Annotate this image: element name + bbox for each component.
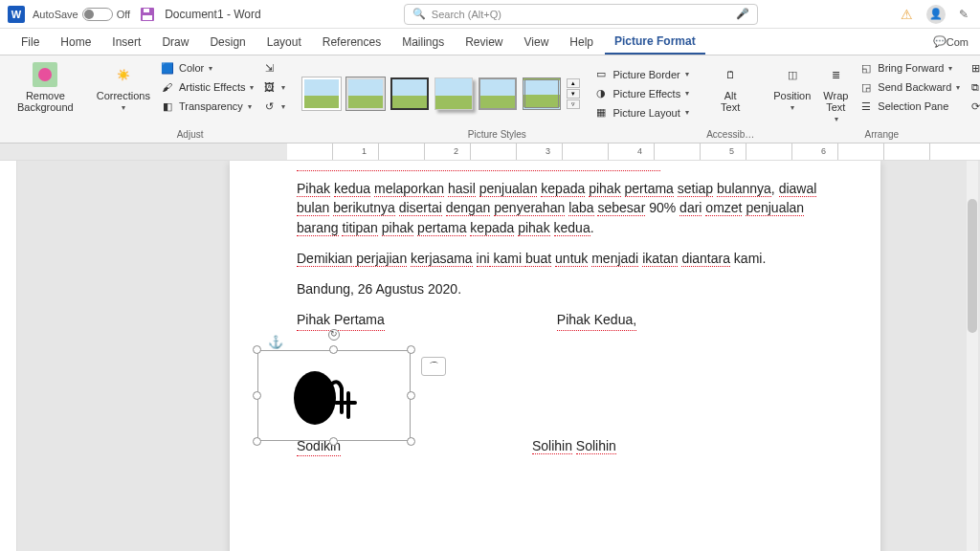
autosave-toggle[interactable]: AutoSave Off [33,8,130,21]
bring-forward-button[interactable]: ◱Bring Forward▾ [857,59,962,77]
style-thumb-2[interactable] [346,77,385,110]
party-1-label[interactable]: Pihak Pertama [297,310,385,330]
style-thumb-6[interactable] [523,77,561,110]
style-thumb-5[interactable] [479,77,517,110]
style-thumb-3[interactable] [390,77,429,110]
anchor-icon[interactable]: ⚓ [268,335,283,349]
vertical-scrollbar[interactable] [967,161,978,551]
vertical-ruler[interactable] [0,161,17,551]
signatory-2a[interactable]: Solihin [532,438,572,454]
autosave-label: AutoSave [33,9,78,20]
picture-effects-button[interactable]: ◑Picture Effects▾ [591,85,691,102]
position-icon: ◫ [779,61,806,88]
position-button[interactable]: ◫ Position▾ [769,59,814,114]
effects-icon: ◑ [593,86,609,101]
resize-handle-sw[interactable] [253,437,261,446]
svg-rect-1 [143,15,152,20]
style-thumb-1[interactable] [302,77,341,110]
svg-point-4 [38,68,52,81]
gallery-more[interactable]: ▿ [567,99,580,109]
resize-handle-se[interactable] [407,437,415,446]
styles-group-label: Picture Styles [468,127,526,143]
ribbon: Remove Background ☀️ Corrections▾ 🟦Color… [0,55,980,143]
picture-border-button[interactable]: ▭Picture Border▾ [591,66,691,83]
corrections-icon: ☀️ [110,61,137,88]
tab-view[interactable]: View [515,29,559,55]
tab-home[interactable]: Home [51,29,100,55]
picture-layout-button[interactable]: ▦Picture Layout▾ [591,104,691,121]
bring-fwd-icon: ◱ [858,60,874,76]
date-line[interactable]: Bandung, 26 Agustus 2020. [297,279,823,298]
word-app-icon: W [8,6,25,23]
access-group-label: Accessib… [706,127,754,143]
color-button[interactable]: 🟦Color▾ [158,59,256,77]
reset-picture-button[interactable]: ↺▾ [259,98,287,115]
wrap-icon: ≣ [822,61,849,88]
resize-handle-nw[interactable] [253,345,261,354]
tab-insert[interactable]: Insert [102,29,150,55]
group-button[interactable]: ⧉▾ [966,78,980,96]
warning-icon[interactable]: ⚠ [901,7,913,22]
rotate-button[interactable]: ⟳▾ [966,98,980,115]
send-backward-button[interactable]: ◲Send Backward▾ [857,78,962,96]
selected-picture[interactable] [257,350,411,441]
artistic-icon: 🖌 [160,79,175,95]
document-page[interactable]: Pihak kedua melaporkan hasil penjualan k… [230,161,880,551]
tab-references[interactable]: References [313,29,390,55]
tab-review[interactable]: Review [456,29,512,55]
tab-mailings[interactable]: Mailings [392,29,454,55]
corrections-button[interactable]: ☀️ Corrections▾ [93,59,154,114]
tab-file[interactable]: File [11,29,49,55]
group-adjust: ☀️ Corrections▾ 🟦Color▾ 🖌Artistic Effect… [87,59,294,143]
resize-handle-e[interactable] [407,391,415,400]
resize-handle-s[interactable] [329,437,338,446]
artistic-effects-button[interactable]: 🖌Artistic Effects▾ [158,78,256,96]
tab-layout[interactable]: Layout [257,29,311,55]
transparency-icon: ◧ [160,99,175,114]
selection-pane-button[interactable]: ☰Selection Pane [857,98,962,115]
change-picture-button[interactable]: 🖼▾ [259,78,287,96]
compress-icon: ⇲ [261,60,277,76]
save-icon[interactable] [140,7,155,22]
account-avatar[interactable]: 👤 [926,5,946,24]
selection-pane-icon: ☰ [858,99,874,114]
picture-styles-gallery[interactable]: ▴▾▿ [302,77,580,110]
compress-button[interactable]: ⇲ [259,59,287,77]
resize-handle-ne[interactable] [407,345,415,354]
search-input[interactable]: 🔍 Search (Alt+Q) 🎤 [404,4,758,25]
group-picture-styles: ▴▾▿ ▭Picture Border▾ ◑Picture Effects▾ ▦… [297,59,697,143]
signatory-2b[interactable]: Solihin [576,438,616,454]
scrollbar-thumb[interactable] [968,199,977,333]
tab-picture-format[interactable]: Picture Format [605,29,705,55]
tab-help[interactable]: Help [560,29,603,55]
search-icon: 🔍 [412,8,426,20]
toggle-off-icon[interactable] [82,8,113,21]
transparency-button[interactable]: ◧Transparency▾ [158,98,256,115]
tab-draw[interactable]: Draw [152,29,198,55]
alt-text-button[interactable]: 🗒 Alt Text [713,59,747,115]
pic-layout-icon: ▦ [593,105,609,121]
mic-icon[interactable]: 🎤 [736,8,749,20]
remove-background-button[interactable]: Remove Background [13,59,78,115]
wrap-text-button[interactable]: ≣ Wrap Text▾ [818,59,853,125]
layout-options-button[interactable]: ⌒ [421,357,446,376]
document-title: Document1 - Word [165,8,260,21]
svg-point-5 [294,371,336,425]
align-button[interactable]: ⊞▾ [966,59,980,77]
resize-handle-w[interactable] [253,391,261,400]
rotate-handle[interactable] [328,329,340,341]
pen-icon[interactable]: ✎ [959,8,969,21]
gallery-up[interactable]: ▴ [567,78,580,88]
paragraph-1[interactable]: Pihak kedua melaporkan hasil penjualan k… [297,179,823,237]
gallery-down[interactable]: ▾ [567,89,580,99]
alt-text-icon: 🗒 [717,61,744,88]
paragraph-2[interactable]: Demikian perjajian kerjasama ini kami bu… [297,249,823,268]
group-accessibility: 🗒 Alt Text Accessib… [701,59,760,143]
style-thumb-4[interactable] [434,77,473,110]
search-placeholder: Search (Alt+Q) [432,9,501,20]
resize-handle-n[interactable] [329,345,338,354]
horizontal-ruler[interactable]: 1 2 3 4 5 6 [0,143,980,161]
comments-button[interactable]: 💬 Com [933,29,969,55]
tab-design[interactable]: Design [200,29,255,55]
party-2-label[interactable]: Pihak Kedua, [557,310,636,330]
